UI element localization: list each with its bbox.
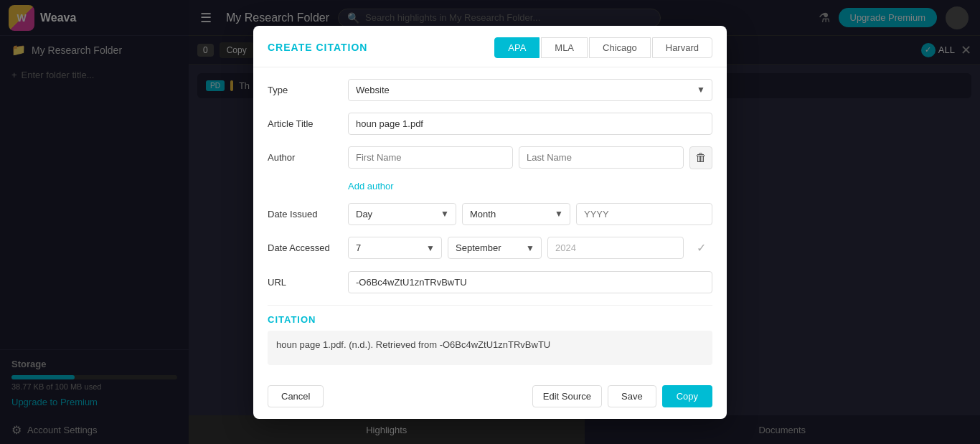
url-input[interactable] [348, 271, 712, 293]
citation-section: CITATION houn page 1.pdf. (n.d.). Retrie… [268, 305, 712, 365]
day-select-wrapper: Day 1234 5678 ▼ [348, 203, 456, 225]
accessed-month-select[interactable]: September JanuaryFebruaryMarch AprilMayJ… [448, 237, 542, 259]
accessed-year-input[interactable] [547, 237, 684, 259]
type-row: Type Website Book Journal Newspaper Othe… [268, 79, 712, 101]
date-issued-inputs: Day 1234 5678 ▼ Month JanuaryFebruaryMar… [348, 203, 712, 225]
author-inputs: 🗑 [348, 146, 712, 169]
tab-chicago[interactable]: Chicago [589, 37, 651, 58]
date-accessed-inputs: 7 1234 5689 ▼ September JanuaryFebruaryM… [348, 237, 712, 260]
day-select[interactable]: Day 1234 5678 [348, 203, 456, 225]
author-label: Author [268, 146, 339, 163]
date-accessed-label: Date Accessed [268, 237, 339, 253]
tab-apa[interactable]: APA [494, 37, 540, 58]
article-title-row: Article Title [268, 113, 712, 135]
article-title-input[interactable] [348, 113, 712, 135]
last-name-input[interactable] [519, 146, 684, 169]
modal-body: Type Website Book Journal Newspaper Othe… [253, 67, 727, 377]
date-accessed-row: Date Accessed 7 1234 5689 ▼ September [268, 237, 712, 260]
accessed-day-wrapper: 7 1234 5689 ▼ [348, 237, 442, 259]
add-author-link[interactable]: Add author [348, 181, 712, 192]
type-select[interactable]: Website Book Journal Newspaper Other [348, 79, 712, 101]
type-select-wrapper: Website Book Journal Newspaper Other ▼ [348, 79, 712, 101]
tab-harvard[interactable]: Harvard [652, 37, 712, 58]
url-label: URL [268, 271, 339, 288]
accessed-day-select[interactable]: 7 1234 5689 [348, 237, 442, 259]
delete-author-button[interactable]: 🗑 [689, 146, 712, 169]
modal-header: CREATE CITATION APA MLA Chicago Harvard [253, 26, 727, 67]
citation-tabs: APA MLA Chicago Harvard [494, 37, 712, 58]
month-select[interactable]: Month JanuaryFebruaryMarch AprilMayJune … [462, 203, 570, 225]
type-label: Type [268, 79, 339, 95]
edit-source-button[interactable]: Edit Source [532, 385, 602, 407]
author-row: Author 🗑 [268, 146, 712, 169]
accessed-month-wrapper: September JanuaryFebruaryMarch AprilMayJ… [448, 237, 542, 259]
footer-right: Edit Source Save Copy [532, 385, 712, 407]
date-issued-label: Date Issued [268, 203, 339, 219]
cancel-button[interactable]: Cancel [268, 385, 324, 407]
tab-mla[interactable]: MLA [541, 37, 588, 58]
first-name-input[interactable] [348, 146, 513, 169]
save-button[interactable]: Save [608, 385, 656, 407]
copy-button[interactable]: Copy [662, 385, 712, 407]
modal-footer: Cancel Edit Source Save Copy [253, 377, 727, 419]
citation-section-title: CITATION [268, 314, 712, 325]
confirm-date-icon: ✓ [689, 237, 712, 260]
url-row: URL [268, 271, 712, 293]
month-select-wrapper: Month JanuaryFebruaryMarch AprilMayJune … [462, 203, 570, 225]
date-issued-row: Date Issued Day 1234 5678 ▼ Month Jan [268, 203, 712, 225]
create-citation-modal: CREATE CITATION APA MLA Chicago Harvard … [253, 26, 727, 419]
article-title-label: Article Title [268, 113, 339, 129]
citation-text-box: houn page 1.pdf. (n.d.). Retrieved from … [268, 331, 712, 365]
year-input[interactable] [576, 203, 712, 225]
modal-title: CREATE CITATION [268, 42, 367, 53]
modal-overlay: CREATE CITATION APA MLA Chicago Harvard … [0, 0, 980, 444]
